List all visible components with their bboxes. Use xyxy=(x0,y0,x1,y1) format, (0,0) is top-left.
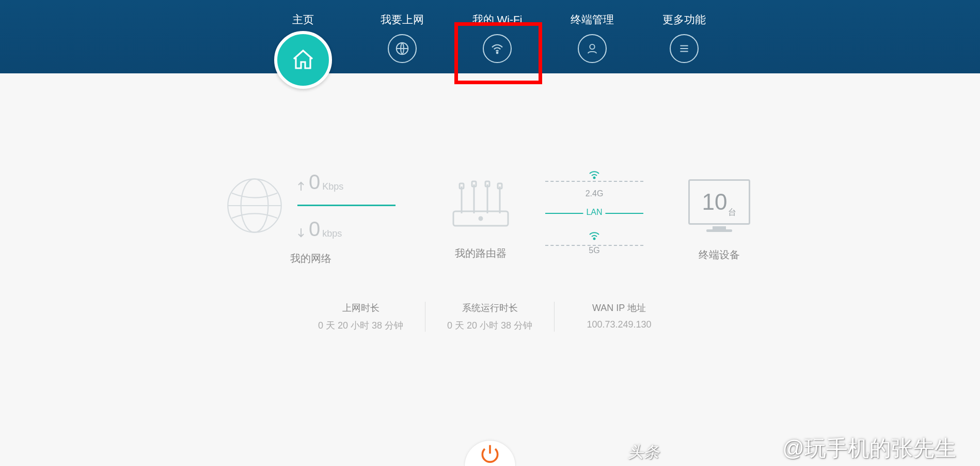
wifi-icon xyxy=(483,34,512,63)
menu-icon xyxy=(670,34,699,63)
nav-home[interactable]: 主页 xyxy=(274,12,332,89)
svg-rect-13 xyxy=(498,183,502,189)
stat-uptime: 系统运行时长 0 天 20 小时 38 分钟 xyxy=(425,302,555,332)
arrow-up-icon xyxy=(297,180,305,192)
router-block[interactable]: 我的路由器 xyxy=(442,177,519,260)
nav-more-label: 更多功能 xyxy=(662,12,706,27)
user-icon xyxy=(578,34,607,63)
wifi-mini-icon xyxy=(588,169,601,182)
client-count: 10 xyxy=(702,189,728,215)
nav-home-label: 主页 xyxy=(292,12,314,27)
power-icon xyxy=(479,442,501,465)
svg-rect-11 xyxy=(485,181,489,187)
nav-wifi-label: 我的 Wi-Fi xyxy=(472,12,523,27)
network-globe-icon xyxy=(226,177,283,234)
nav-internet[interactable]: 我要上网 xyxy=(381,12,424,63)
lan-diagram: 2.4G LAN 5G xyxy=(545,175,643,252)
nav-devices[interactable]: 终端管理 xyxy=(571,12,614,63)
power-button[interactable] xyxy=(464,440,516,466)
router-icon xyxy=(442,177,519,234)
svg-rect-7 xyxy=(460,183,464,189)
network-block[interactable]: 0 Kbps 0 kbps 我的网络 xyxy=(226,172,396,266)
home-icon xyxy=(274,31,332,89)
svg-point-15 xyxy=(479,217,482,220)
router-title: 我的路由器 xyxy=(455,246,507,260)
svg-point-17 xyxy=(594,238,595,240)
upload-speed: 0 Kbps xyxy=(297,172,396,192)
dashboard: 0 Kbps 0 kbps 我的网络 xyxy=(0,73,980,332)
wifi-mini-icon xyxy=(588,230,601,243)
download-speed: 0 kbps xyxy=(297,219,396,239)
lan-label: LAN xyxy=(583,208,605,217)
network-title: 我的网络 xyxy=(290,252,331,266)
arrow-down-icon xyxy=(297,227,305,239)
nav-wifi[interactable]: 我的 Wi-Fi xyxy=(472,12,523,63)
watermark: 头条 xyxy=(628,442,660,463)
svg-rect-9 xyxy=(472,181,476,187)
nav-devices-label: 终端管理 xyxy=(571,12,614,27)
stat-online-time: 上网时长 0 天 20 小时 38 分钟 xyxy=(296,302,425,332)
monitor-icon: 10 台 xyxy=(685,176,754,236)
globe-icon xyxy=(388,34,417,63)
nav-internet-label: 我要上网 xyxy=(381,12,424,27)
svg-point-2 xyxy=(590,44,595,49)
svg-point-1 xyxy=(497,52,498,54)
clients-block[interactable]: 10 台 终端设备 xyxy=(685,176,754,262)
header-nav: 主页 我要上网 我的 Wi-Fi xyxy=(0,0,980,73)
stat-wan-ip: WAN IP 地址 100.73.249.130 xyxy=(555,302,684,332)
clients-title: 终端设备 xyxy=(699,248,740,262)
band-24g: 2.4G xyxy=(582,189,607,198)
nav-more[interactable]: 更多功能 xyxy=(662,12,706,63)
watermark: @玩手机的张先生 xyxy=(782,434,956,463)
svg-point-16 xyxy=(594,177,595,179)
client-unit: 台 xyxy=(728,207,736,218)
stats-row: 上网时长 0 天 20 小时 38 分钟 系统运行时长 0 天 20 小时 38… xyxy=(296,302,684,332)
speed-divider xyxy=(297,205,396,206)
band-5g: 5G xyxy=(586,246,603,255)
